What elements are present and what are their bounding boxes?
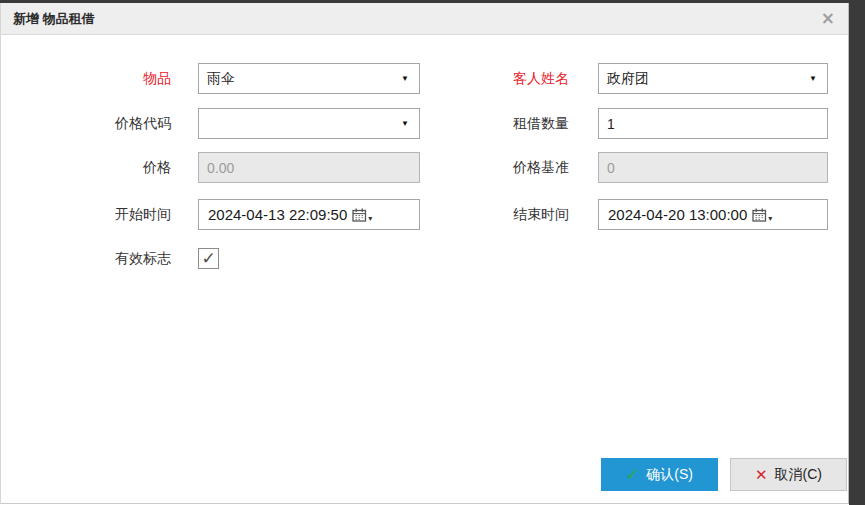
dialog-title: 新增 物品租借	[1, 3, 848, 34]
start-time-picker[interactable]: 2024-04-13 22:09:50 ▾	[198, 199, 420, 230]
price-basis-label: 价格基准	[401, 152, 569, 183]
close-icon[interactable]: ×	[821, 3, 835, 35]
valid-flag-label: 有效标志	[1, 243, 171, 274]
price-code-label: 价格代码	[1, 108, 171, 139]
rental-quantity-input[interactable]	[599, 109, 827, 138]
guest-name-select-value: 政府团	[599, 64, 809, 93]
start-time-value: 2024-04-13 22:09:50	[199, 200, 347, 229]
x-icon: ✕	[755, 466, 768, 484]
price-field-box	[198, 152, 420, 183]
dialog-header: 新增 物品租借 ×	[1, 3, 848, 35]
screen: 新增 物品租借 × 物品 雨伞 ▼ 客人姓名 政府团 ▼ 价格代码 ▼ 租借数量…	[0, 0, 865, 505]
chevron-down-icon: ▼	[809, 64, 827, 93]
guest-name-label: 客人姓名	[401, 63, 569, 94]
confirm-button-label: 确认(S)	[646, 466, 693, 484]
price-label: 价格	[1, 152, 171, 183]
rental-quantity-label: 租借数量	[401, 108, 569, 139]
calendar-icon[interactable]: ▾	[752, 206, 772, 224]
end-time-value: 2024-04-20 13:00:00	[599, 200, 747, 229]
price-basis-field-box	[598, 152, 828, 183]
checkmark-icon: ✓	[201, 249, 215, 268]
calendar-dropdown-arrow-icon: ▾	[368, 214, 372, 224]
item-select-value: 雨伞	[199, 64, 401, 93]
end-time-picker[interactable]: 2024-04-20 13:00:00 ▾	[598, 199, 828, 230]
item-label: 物品	[1, 63, 171, 94]
confirm-button[interactable]: ✓ 确认(S)	[601, 458, 718, 491]
start-time-label: 开始时间	[1, 199, 171, 230]
check-icon: ✓	[626, 465, 639, 484]
price-code-select[interactable]: ▼	[198, 108, 420, 139]
backdrop-right-strip	[849, 0, 865, 505]
cancel-button[interactable]: ✕ 取消(C)	[730, 458, 847, 491]
end-time-label: 结束时间	[401, 199, 569, 230]
item-select[interactable]: 雨伞 ▼	[198, 63, 420, 94]
price-input	[199, 153, 419, 182]
valid-flag-checkbox[interactable]: ✓	[198, 248, 219, 269]
guest-name-select[interactable]: 政府团 ▼	[598, 63, 828, 94]
add-item-rental-dialog: 新增 物品租借 × 物品 雨伞 ▼ 客人姓名 政府团 ▼ 价格代码 ▼ 租借数量…	[0, 3, 849, 504]
rental-quantity-field-box	[598, 108, 828, 139]
calendar-icon[interactable]: ▾	[352, 206, 372, 224]
cancel-button-label: 取消(C)	[775, 466, 822, 484]
calendar-dropdown-arrow-icon: ▾	[768, 214, 772, 224]
price-basis-input	[599, 153, 827, 182]
